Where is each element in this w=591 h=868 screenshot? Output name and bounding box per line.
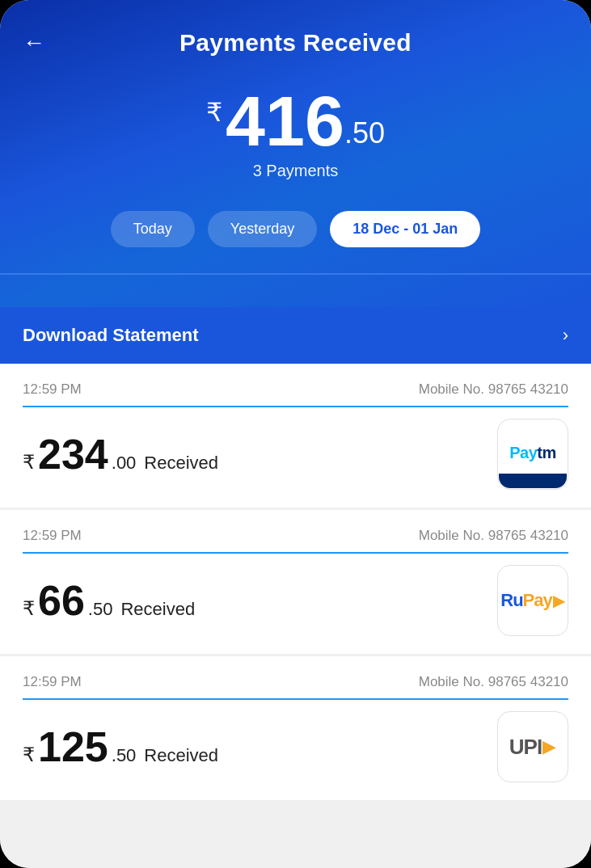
transaction-amount-row: ₹ 66 .50 Received RuPay ▶ xyxy=(23,565,568,636)
phone-container: ← Payments Received ₹ 416 .50 3 Payments… xyxy=(0,0,591,868)
rupay-logo: RuPay ▶ xyxy=(497,565,568,636)
transaction-amount: ₹ 66 .50 Received xyxy=(23,579,195,622)
total-amount-display: ₹ 416 .50 xyxy=(0,86,591,157)
filter-yesterday[interactable]: Yesterday xyxy=(208,211,317,247)
tx-amount-decimal: .50 xyxy=(88,599,113,620)
transaction-amount-row: ₹ 234 .00 Received Paytm xyxy=(23,419,568,490)
filter-date-range[interactable]: 18 Dec - 01 Jan xyxy=(330,211,480,247)
filter-today[interactable]: Today xyxy=(111,211,195,247)
tx-currency-symbol: ₹ xyxy=(23,744,35,766)
chevron-right-icon: › xyxy=(563,325,568,346)
download-statement-label: Download Statement xyxy=(23,325,199,346)
currency-symbol: ₹ xyxy=(206,97,222,128)
top-bar: ← Payments Received xyxy=(0,0,591,70)
transaction-time: 12:59 PM xyxy=(23,381,82,398)
tx-received-label: Received xyxy=(144,745,218,766)
amount-decimal: .50 xyxy=(344,116,385,150)
filter-tabs: Today Yesterday 18 Dec - 01 Jan xyxy=(0,211,591,247)
tx-currency-symbol: ₹ xyxy=(23,597,35,620)
transaction-mobile: Mobile No. 98765 43210 xyxy=(419,381,568,398)
download-statement-section[interactable]: Download Statement › xyxy=(0,307,591,364)
transaction-amount: ₹ 125 .50 Received xyxy=(23,726,218,768)
transaction-mobile: Mobile No. 98765 43210 xyxy=(419,528,568,544)
transaction-amount: ₹ 234 .00 Received xyxy=(23,433,218,475)
transaction-amount-row: ₹ 125 .50 Received UPI ▶ xyxy=(23,711,568,782)
tx-received-label: Received xyxy=(120,599,195,620)
transaction-meta: 12:59 PM Mobile No. 98765 43210 xyxy=(23,528,568,544)
back-button[interactable]: ← xyxy=(23,30,45,56)
tx-amount-main: 234 xyxy=(38,433,108,475)
transaction-mobile: Mobile No. 98765 43210 xyxy=(419,674,568,690)
amount-main: 416 xyxy=(226,86,344,157)
paytm-logo: Paytm xyxy=(497,419,568,490)
upi-logo: UPI ▶ xyxy=(497,711,568,782)
tx-amount-main: 66 xyxy=(38,579,85,622)
tx-received-label: Received xyxy=(144,453,218,474)
transaction-item[interactable]: 12:59 PM Mobile No. 98765 43210 ₹ 125 .5… xyxy=(0,656,591,800)
tx-amount-main: 125 xyxy=(38,726,108,768)
tx-currency-symbol: ₹ xyxy=(23,451,35,474)
header-divider xyxy=(0,273,591,275)
amount-section: ₹ 416 .50 3 Payments xyxy=(0,70,591,188)
transaction-divider xyxy=(23,406,568,407)
transaction-meta: 12:59 PM Mobile No. 98765 43210 xyxy=(23,381,568,398)
payments-count: 3 Payments xyxy=(0,162,591,180)
transaction-item[interactable]: 12:59 PM Mobile No. 98765 43210 ₹ 66 .50… xyxy=(0,510,591,654)
transaction-item[interactable]: 12:59 PM Mobile No. 98765 43210 ₹ 234 .0… xyxy=(0,364,591,508)
tx-amount-decimal: .00 xyxy=(112,453,137,474)
transaction-meta: 12:59 PM Mobile No. 98765 43210 xyxy=(23,674,568,690)
transaction-time: 12:59 PM xyxy=(23,674,82,690)
tx-amount-decimal: .50 xyxy=(112,745,137,766)
page-title: Payments Received xyxy=(179,29,412,57)
transaction-divider xyxy=(23,698,568,700)
transactions-list: 12:59 PM Mobile No. 98765 43210 ₹ 234 .0… xyxy=(0,364,591,868)
transaction-time: 12:59 PM xyxy=(23,528,82,544)
transaction-divider xyxy=(23,552,568,554)
header-section: ← Payments Received ₹ 416 .50 3 Payments… xyxy=(0,0,591,307)
